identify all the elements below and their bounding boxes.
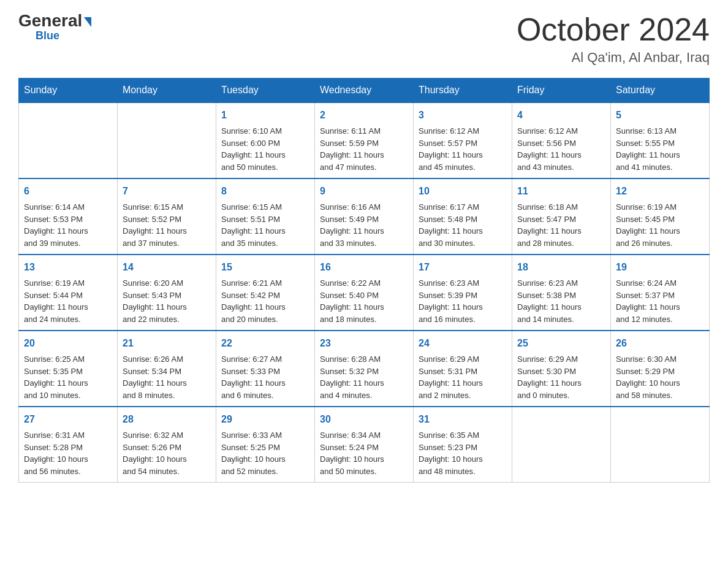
day-number: 18: [517, 260, 605, 275]
calendar-cell: 3Sunrise: 6:12 AM Sunset: 5:57 PM Daylig…: [414, 102, 512, 178]
day-of-week-friday: Friday: [512, 79, 611, 103]
logo: General Blue: [18, 12, 91, 42]
day-info: Sunrise: 6:30 AM Sunset: 5:29 PM Dayligh…: [616, 353, 704, 401]
calendar-cell: 27Sunrise: 6:31 AM Sunset: 5:28 PM Dayli…: [19, 407, 118, 483]
day-number: 31: [419, 412, 507, 427]
calendar-cell: 28Sunrise: 6:32 AM Sunset: 5:26 PM Dayli…: [118, 407, 216, 483]
calendar-table: SundayMondayTuesdayWednesdayThursdayFrid…: [18, 78, 710, 483]
day-number: 7: [123, 184, 211, 199]
calendar-cell: 1Sunrise: 6:10 AM Sunset: 6:00 PM Daylig…: [216, 102, 315, 178]
calendar-cell: 22Sunrise: 6:27 AM Sunset: 5:33 PM Dayli…: [216, 331, 315, 407]
day-number: 19: [616, 260, 704, 275]
calendar-cell: 29Sunrise: 6:33 AM Sunset: 5:25 PM Dayli…: [216, 407, 315, 483]
calendar-cell: [118, 102, 216, 178]
day-number: 21: [123, 336, 211, 351]
day-info: Sunrise: 6:23 AM Sunset: 5:39 PM Dayligh…: [419, 277, 507, 325]
day-info: Sunrise: 6:19 AM Sunset: 5:45 PM Dayligh…: [616, 201, 704, 249]
calendar-cell: 2Sunrise: 6:11 AM Sunset: 5:59 PM Daylig…: [315, 102, 414, 178]
day-info: Sunrise: 6:25 AM Sunset: 5:35 PM Dayligh…: [24, 353, 112, 401]
calendar-cell: 16Sunrise: 6:22 AM Sunset: 5:40 PM Dayli…: [315, 255, 414, 331]
day-info: Sunrise: 6:15 AM Sunset: 5:51 PM Dayligh…: [221, 201, 309, 249]
day-number: 13: [24, 260, 112, 275]
day-number: 16: [320, 260, 408, 275]
calendar-cell: 19Sunrise: 6:24 AM Sunset: 5:37 PM Dayli…: [611, 255, 710, 331]
calendar-cell: 7Sunrise: 6:15 AM Sunset: 5:52 PM Daylig…: [118, 178, 216, 255]
day-number: 2: [320, 108, 408, 123]
day-number: 10: [419, 184, 507, 199]
day-info: Sunrise: 6:33 AM Sunset: 5:25 PM Dayligh…: [221, 429, 309, 477]
day-info: Sunrise: 6:15 AM Sunset: 5:52 PM Dayligh…: [123, 201, 211, 249]
day-info: Sunrise: 6:32 AM Sunset: 5:26 PM Dayligh…: [123, 429, 211, 477]
day-number: 30: [320, 412, 408, 427]
calendar-cell: 25Sunrise: 6:29 AM Sunset: 5:30 PM Dayli…: [512, 331, 611, 407]
day-info: Sunrise: 6:29 AM Sunset: 5:31 PM Dayligh…: [419, 353, 507, 401]
day-number: 11: [517, 184, 605, 199]
calendar-cell: 26Sunrise: 6:30 AM Sunset: 5:29 PM Dayli…: [611, 331, 710, 407]
calendar-week-5: 27Sunrise: 6:31 AM Sunset: 5:28 PM Dayli…: [19, 407, 710, 483]
calendar-cell: 21Sunrise: 6:26 AM Sunset: 5:34 PM Dayli…: [118, 331, 216, 407]
page-header: General Blue October 2024 Al Qa'im, Al A…: [18, 12, 710, 66]
day-info: Sunrise: 6:34 AM Sunset: 5:24 PM Dayligh…: [320, 429, 408, 477]
calendar-cell: 24Sunrise: 6:29 AM Sunset: 5:31 PM Dayli…: [414, 331, 512, 407]
calendar-cell: 11Sunrise: 6:18 AM Sunset: 5:47 PM Dayli…: [512, 178, 611, 255]
day-number: 28: [123, 412, 211, 427]
day-info: Sunrise: 6:10 AM Sunset: 6:00 PM Dayligh…: [221, 125, 309, 173]
calendar-cell: 12Sunrise: 6:19 AM Sunset: 5:45 PM Dayli…: [611, 178, 710, 255]
day-number: 1: [221, 108, 309, 123]
day-number: 9: [320, 184, 408, 199]
day-of-week-tuesday: Tuesday: [216, 79, 315, 103]
calendar-cell: 20Sunrise: 6:25 AM Sunset: 5:35 PM Dayli…: [19, 331, 118, 407]
day-number: 3: [419, 108, 507, 123]
day-of-week-monday: Monday: [118, 79, 216, 103]
day-number: 8: [221, 184, 309, 199]
location-subtitle: Al Qa'im, Al Anbar, Iraq: [517, 50, 710, 66]
calendar-cell: 13Sunrise: 6:19 AM Sunset: 5:44 PM Dayli…: [19, 255, 118, 331]
day-info: Sunrise: 6:29 AM Sunset: 5:30 PM Dayligh…: [517, 353, 605, 401]
day-number: 27: [24, 412, 112, 427]
day-number: 14: [123, 260, 211, 275]
logo-blue-text: Blue: [36, 29, 59, 42]
day-info: Sunrise: 6:11 AM Sunset: 5:59 PM Dayligh…: [320, 125, 408, 173]
calendar-week-4: 20Sunrise: 6:25 AM Sunset: 5:35 PM Dayli…: [19, 331, 710, 407]
calendar-cell: 9Sunrise: 6:16 AM Sunset: 5:49 PM Daylig…: [315, 178, 414, 255]
calendar-cell: 14Sunrise: 6:20 AM Sunset: 5:43 PM Dayli…: [118, 255, 216, 331]
day-number: 23: [320, 336, 408, 351]
calendar-cell: 23Sunrise: 6:28 AM Sunset: 5:32 PM Dayli…: [315, 331, 414, 407]
calendar-cell: 8Sunrise: 6:15 AM Sunset: 5:51 PM Daylig…: [216, 178, 315, 255]
calendar-cell: [611, 407, 710, 483]
day-of-week-thursday: Thursday: [414, 79, 512, 103]
day-number: 5: [616, 108, 704, 123]
calendar-cell: [512, 407, 611, 483]
month-title: October 2024: [517, 12, 710, 47]
calendar-cell: 5Sunrise: 6:13 AM Sunset: 5:55 PM Daylig…: [611, 102, 710, 178]
day-info: Sunrise: 6:14 AM Sunset: 5:53 PM Dayligh…: [24, 201, 112, 249]
calendar-cell: 31Sunrise: 6:35 AM Sunset: 5:23 PM Dayli…: [414, 407, 512, 483]
calendar-week-2: 6Sunrise: 6:14 AM Sunset: 5:53 PM Daylig…: [19, 178, 710, 255]
calendar-cell: 15Sunrise: 6:21 AM Sunset: 5:42 PM Dayli…: [216, 255, 315, 331]
day-number: 20: [24, 336, 112, 351]
calendar-cell: 17Sunrise: 6:23 AM Sunset: 5:39 PM Dayli…: [414, 255, 512, 331]
day-of-week-wednesday: Wednesday: [315, 79, 414, 103]
day-number: 22: [221, 336, 309, 351]
calendar-header: SundayMondayTuesdayWednesdayThursdayFrid…: [19, 79, 710, 103]
day-info: Sunrise: 6:31 AM Sunset: 5:28 PM Dayligh…: [24, 429, 112, 477]
calendar-week-3: 13Sunrise: 6:19 AM Sunset: 5:44 PM Dayli…: [19, 255, 710, 331]
day-info: Sunrise: 6:13 AM Sunset: 5:55 PM Dayligh…: [616, 125, 704, 173]
day-info: Sunrise: 6:35 AM Sunset: 5:23 PM Dayligh…: [419, 429, 507, 477]
day-info: Sunrise: 6:27 AM Sunset: 5:33 PM Dayligh…: [221, 353, 309, 401]
calendar-cell: 18Sunrise: 6:23 AM Sunset: 5:38 PM Dayli…: [512, 255, 611, 331]
day-number: 6: [24, 184, 112, 199]
title-area: October 2024 Al Qa'im, Al Anbar, Iraq: [517, 12, 710, 66]
logo-triangle-icon: [84, 17, 91, 27]
day-info: Sunrise: 6:12 AM Sunset: 5:56 PM Dayligh…: [517, 125, 605, 173]
day-info: Sunrise: 6:23 AM Sunset: 5:38 PM Dayligh…: [517, 277, 605, 325]
day-info: Sunrise: 6:28 AM Sunset: 5:32 PM Dayligh…: [320, 353, 408, 401]
day-info: Sunrise: 6:17 AM Sunset: 5:48 PM Dayligh…: [419, 201, 507, 249]
calendar-cell: 30Sunrise: 6:34 AM Sunset: 5:24 PM Dayli…: [315, 407, 414, 483]
day-info: Sunrise: 6:16 AM Sunset: 5:49 PM Dayligh…: [320, 201, 408, 249]
day-info: Sunrise: 6:12 AM Sunset: 5:57 PM Dayligh…: [419, 125, 507, 173]
day-info: Sunrise: 6:18 AM Sunset: 5:47 PM Dayligh…: [517, 201, 605, 249]
calendar-cell: [19, 102, 118, 178]
day-number: 25: [517, 336, 605, 351]
days-of-week-row: SundayMondayTuesdayWednesdayThursdayFrid…: [19, 79, 710, 103]
